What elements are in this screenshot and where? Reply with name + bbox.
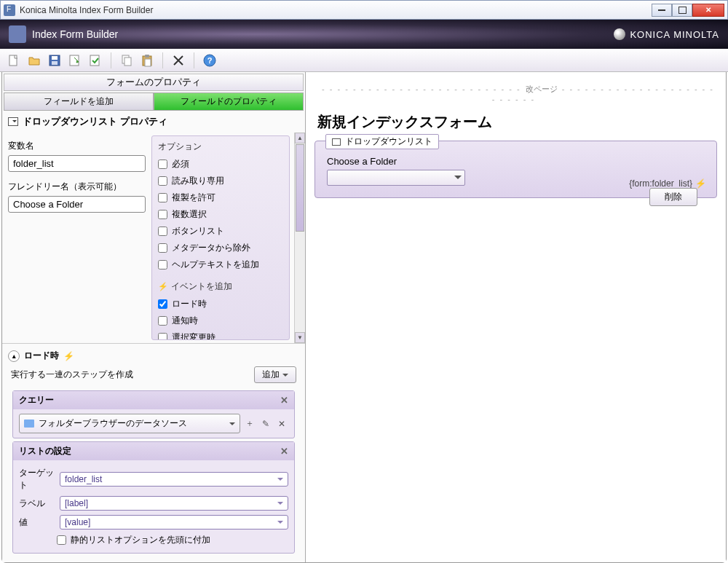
field-legend: ドロップダウンリスト <box>325 134 439 149</box>
help-button[interactable]: ? <box>200 51 219 70</box>
form-title: 新規インデックスフォーム <box>317 112 714 132</box>
toolbar-separator <box>162 52 163 68</box>
chevron-down-icon <box>229 422 235 428</box>
close-button[interactable] <box>692 4 724 17</box>
list-settings-card: リストの設定 ✕ ターゲット folder_list ラベル [label] 値… <box>12 441 295 554</box>
map-label-label: ラベル <box>19 497 54 510</box>
paste-button[interactable] <box>138 51 157 70</box>
delete-field-button[interactable]: 削除 <box>649 188 697 206</box>
window-controls <box>652 4 724 17</box>
svg-rect-7 <box>124 58 131 66</box>
left-tabs: フィールドを追加 フィールドのプロパティ <box>4 92 304 111</box>
scroll-track[interactable] <box>295 232 305 332</box>
opt-readonly[interactable]: 読み取り専用 <box>158 173 283 189</box>
chevron-down-icon <box>282 374 288 379</box>
field-basic-column: 変数名 フレンドリー名（表示可能） <box>2 133 151 343</box>
svg-rect-5 <box>90 55 99 66</box>
svg-rect-9 <box>145 55 149 58</box>
map-value-select[interactable]: [value] <box>60 515 288 529</box>
dropdown-icon <box>332 138 341 146</box>
brand-logo: KONICA MINOLTA <box>614 28 719 40</box>
toolbar-separator <box>194 52 194 68</box>
form-properties-header: フォームのプロパティ <box>4 74 304 91</box>
new-button[interactable] <box>4 51 23 70</box>
bolt-icon: ⚡ <box>63 351 74 361</box>
minimize-button[interactable] <box>652 4 672 17</box>
add-step-button[interactable]: 追加 <box>254 366 296 383</box>
left-scrollbar[interactable]: ▲ ▼ <box>294 133 305 343</box>
opt-allow-duplicate[interactable]: 複製を許可 <box>158 189 283 206</box>
brand-text: KONICA MINOLTA <box>630 29 719 40</box>
window-titlebar: Konica Minolta Index Form Builder <box>0 0 728 20</box>
header-title: Index Form Builder <box>32 28 614 40</box>
opt-add-helptext[interactable]: ヘルプテキストを追加 <box>158 256 283 273</box>
datasource-edit-button[interactable]: ✎ <box>259 417 272 430</box>
copy-button[interactable] <box>117 51 136 70</box>
folder-icon <box>24 420 34 428</box>
map-value-label: 値 <box>19 516 54 529</box>
brand-globe-icon <box>614 28 625 40</box>
tab-field-properties[interactable]: フィールドのプロパティ <box>154 92 304 111</box>
map-target-select[interactable]: folder_list <box>60 472 288 487</box>
panel-title-text: ドロップダウンリスト プロパティ <box>23 115 167 128</box>
datasource-label: フォルダーブラウザーのデータソース <box>39 417 187 430</box>
query-card-title: クエリー <box>19 394 54 406</box>
opt-multi-select[interactable]: 複数選択 <box>158 206 283 223</box>
opt-button-list[interactable]: ボタンリスト <box>158 223 283 240</box>
left-pane: フォームのプロパティ フィールドを追加 フィールドのプロパティ ドロップダウンリ… <box>2 72 306 562</box>
datasource-remove-button[interactable]: ✕ <box>275 417 288 430</box>
save-button[interactable] <box>45 51 64 70</box>
header-icon <box>9 25 26 43</box>
bolt-icon: ⚡ <box>695 178 706 189</box>
map-label-select[interactable]: [label] <box>60 496 288 511</box>
opt-required[interactable]: 必須 <box>158 156 283 173</box>
maximize-button[interactable] <box>672 4 692 17</box>
events-group-title: イベントを追加 <box>158 280 283 293</box>
preview-dropdown-control[interactable] <box>327 170 465 186</box>
chevron-down-icon <box>277 521 283 527</box>
query-card: クエリー ✕ フォルダーブラウザーのデータソース ＋ ✎ ✕ <box>12 390 295 438</box>
window-title: Konica Minolta Index Form Builder <box>20 5 652 15</box>
svg-rect-2 <box>52 56 58 60</box>
preview-field-dropdown[interactable]: ドロップダウンリスト Choose a Folder {form:folder_… <box>314 141 717 198</box>
var-name-label: 変数名 <box>8 140 146 152</box>
scroll-up-icon[interactable]: ▲ <box>295 133 305 143</box>
list-card-title: リストの設定 <box>19 445 71 457</box>
open-button[interactable] <box>25 51 44 70</box>
friendly-name-label: フレンドリー名（表示可能） <box>8 181 146 193</box>
evt-onchange[interactable]: 選択変更時 <box>158 329 283 340</box>
evt-onload[interactable]: ロード時 <box>158 296 283 312</box>
options-group-title: オプション <box>158 141 283 153</box>
svg-rect-10 <box>145 59 151 66</box>
scroll-down-icon[interactable]: ▼ <box>295 332 305 343</box>
preview-pane: 改ページ 新規インデックスフォーム ドロップダウンリスト Choose a Fo… <box>306 72 726 562</box>
friendly-name-input[interactable] <box>8 196 146 213</box>
var-name-input[interactable] <box>8 155 146 172</box>
onload-panel-title: ロード時 <box>24 350 59 362</box>
validate-button[interactable] <box>86 51 105 70</box>
chevron-down-icon <box>277 502 283 508</box>
datasource-add-button[interactable]: ＋ <box>243 417 256 430</box>
field-options-column: オプション 必須 読み取り専用 複製を許可 複数選択 ボタンリスト メタデータか… <box>151 135 290 340</box>
toolbar-separator <box>111 52 111 68</box>
app-icon <box>4 4 15 16</box>
svg-text:?: ? <box>207 56 213 65</box>
tab-add-field[interactable]: フィールドを追加 <box>4 92 154 111</box>
map-target-label: ターゲット <box>19 467 54 492</box>
app-header: Index Form Builder KONICA MINOLTA <box>0 20 728 49</box>
svg-rect-0 <box>9 55 17 66</box>
opt-static-prepend[interactable]: 静的リストオプションを先頭に付加 <box>57 532 288 548</box>
delete-button[interactable] <box>169 51 188 70</box>
chevron-down-icon <box>277 478 283 484</box>
svg-rect-3 <box>52 61 58 65</box>
list-card-close[interactable]: ✕ <box>280 446 288 457</box>
datasource-select[interactable]: フォルダーブラウザーのデータソース <box>19 414 240 433</box>
scroll-thumb[interactable] <box>296 144 304 232</box>
opt-exclude-metadata[interactable]: メタデータから除外 <box>158 240 283 256</box>
query-card-close[interactable]: ✕ <box>280 395 288 406</box>
save-as-button[interactable] <box>66 51 84 70</box>
collapse-toggle[interactable]: ▴ <box>8 350 20 362</box>
preview-field-label: Choose a Folder <box>327 156 705 167</box>
dropdown-icon <box>8 117 18 126</box>
evt-onnotify[interactable]: 通知時 <box>158 312 283 329</box>
